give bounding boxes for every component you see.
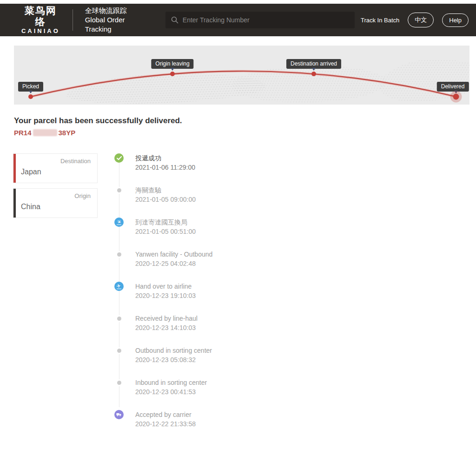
milestone-dot-icon (453, 94, 459, 100)
event-dot-icon (117, 349, 121, 353)
event-text: 到達寄達國互換局 2021-01-05 00:51:00 (135, 218, 196, 236)
event-icon-cell: ✈ ✈ (114, 314, 124, 332)
destination-country: Japan (21, 168, 91, 176)
milestone-dot-icon (311, 72, 316, 76)
origin-card: Origin China (13, 188, 98, 218)
origin-country: China (21, 203, 91, 211)
event-title: 海關查驗 (135, 185, 196, 195)
search-icon (171, 16, 178, 24)
destination-card: Destination Japan (13, 153, 98, 183)
event-title: Inbound in sorting center (135, 378, 207, 387)
milestone-label: Origin leaving (151, 59, 193, 69)
search-input[interactable] (183, 16, 349, 24)
route-map: Picked Origin leaving Destination arrive… (14, 46, 469, 105)
logo-english: CAINIAO (21, 27, 60, 35)
tracking-number: PR14 38YP (14, 129, 462, 137)
origin-label: Origin (21, 192, 91, 199)
event-time: 2021-01-05 09:00:00 (135, 195, 196, 204)
event-icon-cell: ✈ ✈ (114, 153, 124, 172)
timeline-event: ✈ ✈ Yanwen facility - Outbound 2020-12-2… (114, 250, 212, 268)
tracking-search-box[interactable] (165, 12, 355, 28)
timeline-event: ✈ ✈ Accepted by carrier 2020-12-22 21:33… (114, 410, 212, 429)
event-dot-icon (117, 381, 121, 385)
delivered-check-icon (114, 153, 124, 163)
event-title: Hand over to airline (135, 282, 196, 291)
timeline-event: ✈ ✈ Hand over to airline 2020-12-23 19:1… (114, 282, 212, 300)
timeline-event: ✈ ✈ Inbound in sorting center 2020-12-23… (114, 378, 212, 396)
top-margin (0, 0, 476, 4)
milestone-dot-icon (28, 94, 33, 99)
event-time: 2020-12-23 14:10:03 (135, 323, 198, 332)
event-icon-cell: ✈ ✈ (114, 218, 124, 236)
timeline-event: ✈ ✈ 投遞成功 2021-01-06 11:29:00 (114, 153, 212, 172)
event-time: 2021-01-06 11:29:00 (135, 163, 195, 172)
plane-takeoff-icon: ✈ (114, 282, 124, 291)
event-text: Received by line-haul 2020-12-23 14:10:0… (135, 314, 198, 332)
event-time: 2021-01-05 00:51:00 (135, 227, 196, 236)
tracking-number-suffix: 38YP (59, 129, 76, 137)
milestone-label: Delivered (437, 82, 469, 92)
event-time: 2020-12-23 05:08:32 (135, 355, 212, 364)
milestone-label: Destination arrived (286, 59, 341, 69)
event-icon-cell: ✈ ✈ (114, 378, 124, 396)
event-text: Outbound in sorting center 2020-12-23 05… (135, 346, 212, 364)
event-title: Accepted by carrier (135, 410, 196, 419)
event-title: Received by line-haul (135, 314, 198, 323)
event-text: 投遞成功 2021-01-06 11:29:00 (135, 153, 195, 172)
header-divider (73, 9, 73, 31)
milestone-label: Picked (18, 82, 43, 92)
site-subtitle: 全球物流跟踪 Global Order Tracking (85, 6, 148, 34)
help-button[interactable]: Help (442, 13, 469, 27)
event-dot-icon (117, 188, 121, 192)
route-arc (14, 46, 469, 105)
event-icon-cell: ✈ ✈ (114, 185, 124, 204)
event-time: 2020-12-22 21:33:58 (135, 419, 196, 429)
timeline-event: ✈ ✈ 海關查驗 2021-01-05 09:00:00 (114, 185, 212, 204)
truck-icon (114, 410, 124, 419)
event-time: 2020-12-23 00:41:53 (135, 387, 207, 396)
delivery-status-headline: Your parcel has been successfully delive… (14, 116, 462, 125)
event-title: Outbound in sorting center (135, 346, 212, 355)
event-text: Accepted by carrier 2020-12-22 21:33:58 (135, 410, 196, 429)
event-dot-icon (117, 252, 121, 257)
event-time: 2020-12-23 19:10:03 (135, 291, 196, 300)
event-text: Inbound in sorting center 2020-12-23 00:… (135, 378, 207, 396)
event-icon-cell: ✈ ✈ (114, 410, 124, 429)
destination-label: Destination (21, 158, 91, 165)
event-text: Yanwen facility - Outbound 2020-12-25 04… (135, 250, 212, 268)
language-toggle-button[interactable]: 中文 (408, 13, 434, 27)
event-title: 到達寄達國互換局 (135, 218, 196, 227)
logo-chinese: 菜鸟网络 (21, 5, 60, 27)
subtitle-chinese: 全球物流跟踪 (85, 6, 148, 15)
tracking-timeline: ✈ ✈ 投遞成功 2021-01-06 11:29:00 (114, 153, 212, 429)
track-in-batch-link[interactable]: Track In Batch (361, 17, 399, 24)
subtitle-english: Global Order Tracking (85, 15, 148, 34)
event-text: Hand over to airline 2020-12-23 19:10:03 (135, 282, 196, 300)
timeline-event: ✈ ✈ Outbound in sorting center 2020-12-2… (114, 346, 212, 364)
app-header: 菜鸟网络 CAINIAO 全球物流跟踪 Global Order Trackin… (0, 4, 476, 36)
event-dot-icon (117, 317, 121, 321)
tracking-number-prefix: PR14 (14, 129, 32, 137)
tracking-number-redacted (33, 129, 57, 136)
event-title: 投遞成功 (135, 153, 195, 163)
timeline-event: ✈ ✈ Received by line-haul 2020-12-23 14:… (114, 314, 212, 332)
cainiao-logo[interactable]: 菜鸟网络 CAINIAO (21, 5, 60, 35)
event-time: 2020-12-25 04:02:48 (135, 259, 212, 268)
milestone-dot-icon (170, 72, 175, 76)
timeline-event: ✈ ✈ 到達寄達國互換局 2021-01-05 00:51:00 (114, 218, 212, 236)
event-title: Yanwen facility - Outbound (135, 250, 212, 259)
event-icon-cell: ✈ ✈ (114, 250, 124, 268)
event-icon-cell: ✈ ✈ (114, 346, 124, 364)
route-summary: Destination Japan Origin China (13, 153, 98, 429)
event-icon-cell: ✈ ✈ (114, 282, 124, 300)
event-text: 海關查驗 2021-01-05 09:00:00 (135, 185, 196, 204)
plane-landing-icon: ✈ (114, 218, 124, 227)
